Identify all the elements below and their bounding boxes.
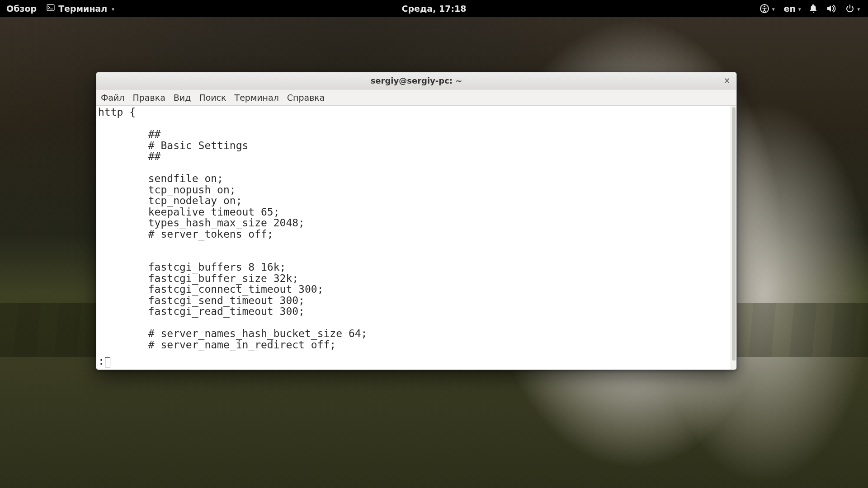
svg-rect-0 <box>47 5 54 11</box>
power-icon <box>845 4 854 13</box>
menu-help[interactable]: Справка <box>287 93 325 103</box>
chevron-down-icon: ▾ <box>772 6 775 12</box>
text-cursor <box>105 357 110 367</box>
close-icon: × <box>724 76 730 85</box>
window-titlebar[interactable]: sergiy@sergiy-pc: ~ × <box>96 72 736 89</box>
menu-search[interactable]: Поиск <box>199 93 226 103</box>
chevron-down-icon: ▾ <box>798 6 801 12</box>
chevron-down-icon: ▾ <box>112 6 114 12</box>
top-panel-left: Обзор Терминал ▾ <box>0 4 114 14</box>
volume-icon[interactable] <box>826 4 836 13</box>
power-menu[interactable]: ▾ <box>845 4 860 13</box>
terminal-window: sergiy@sergiy-pc: ~ × Файл Правка Вид По… <box>96 72 737 370</box>
svg-point-2 <box>764 5 765 7</box>
keyboard-layout-label: en <box>784 4 796 14</box>
scrollbar[interactable] <box>731 106 736 370</box>
activities-button[interactable]: Обзор <box>6 4 37 14</box>
terminal-icon <box>47 4 55 14</box>
menu-file[interactable]: Файл <box>101 93 125 103</box>
scrollbar-thumb[interactable] <box>732 107 736 361</box>
window-title: sergiy@sergiy-pc: ~ <box>371 76 462 85</box>
appmenu-label: Терминал <box>58 4 107 14</box>
editor-status-line: : <box>98 355 110 367</box>
menu-terminal[interactable]: Терминал <box>235 93 279 103</box>
close-button[interactable]: × <box>722 76 732 86</box>
status-prefix: : <box>98 355 104 367</box>
terminal-body[interactable]: http { ## # Basic Settings ## sendfile o… <box>96 106 736 370</box>
top-panel-right: ▾ en ▾ ▾ <box>760 4 868 14</box>
chevron-down-icon: ▾ <box>857 6 860 12</box>
terminal-text: http { ## # Basic Settings ## sendfile o… <box>96 106 731 370</box>
menu-edit[interactable]: Правка <box>133 93 165 103</box>
keyboard-layout-menu[interactable]: en ▾ <box>784 4 801 14</box>
accessibility-icon <box>760 4 769 14</box>
top-panel: Обзор Терминал ▾ Среда, 17:18 <box>0 0 868 17</box>
accessibility-menu[interactable]: ▾ <box>760 4 775 14</box>
appmenu-button[interactable]: Терминал ▾ <box>47 4 114 14</box>
notifications-icon[interactable] <box>810 4 817 13</box>
menu-view[interactable]: Вид <box>174 93 191 103</box>
panel-clock[interactable]: Среда, 17:18 <box>402 4 467 14</box>
menubar: Файл Правка Вид Поиск Терминал Справка <box>96 89 736 106</box>
